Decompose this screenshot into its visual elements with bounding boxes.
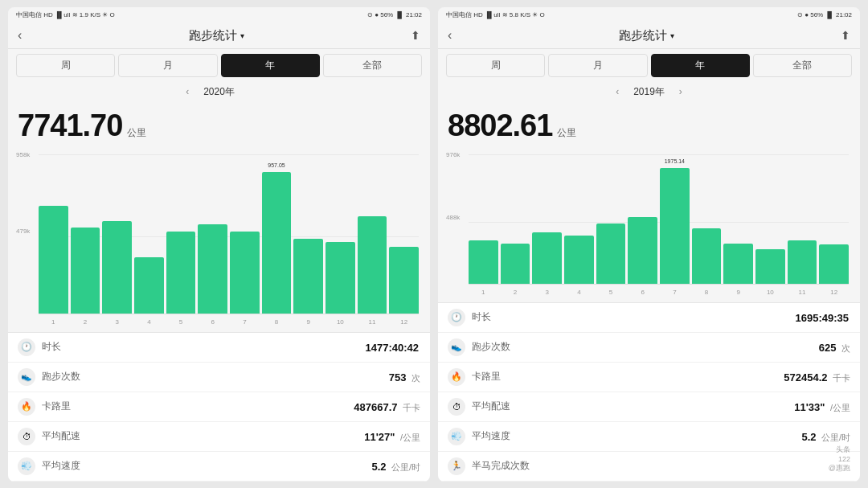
stat-label-4: 平均速度 bbox=[42, 459, 365, 473]
bar-month-4 bbox=[564, 236, 594, 285]
bar-month-8: 957.05 bbox=[262, 172, 292, 314]
stat-value-0: 1695:49:35 bbox=[796, 310, 851, 325]
stat-item-2: 🔥 卡路里 487667.7 千卡 bbox=[8, 392, 430, 422]
tab-bar: 周月年全部 bbox=[438, 49, 860, 82]
bar-group bbox=[692, 153, 722, 285]
year-label: 2020年 bbox=[203, 85, 235, 99]
bar-month-3 bbox=[102, 221, 132, 314]
watermark-line1: 头条 bbox=[836, 445, 850, 455]
total-distance: 7741.70 bbox=[18, 109, 122, 143]
bar-group bbox=[326, 153, 355, 314]
bar-group: 1975.14 bbox=[660, 153, 690, 285]
phone-panel-left: 中国电信 HD ▐▌ull ≋ 1.9 K/S ☀ O ⊙ ● 56% ▐▌ 2… bbox=[8, 7, 430, 482]
stat-label-5: 半马完成次数 bbox=[472, 459, 842, 473]
dropdown-icon[interactable]: ▾ bbox=[670, 31, 674, 40]
chart-baseline bbox=[469, 284, 849, 285]
y-label-top: 976k bbox=[446, 151, 460, 158]
tab-年[interactable]: 年 bbox=[651, 54, 750, 77]
share-icon[interactable]: ⬆ bbox=[841, 29, 850, 42]
tab-全部[interactable]: 全部 bbox=[323, 54, 422, 77]
stat-icon-2: 🔥 bbox=[18, 398, 35, 416]
tab-bar: 周月年全部 bbox=[8, 49, 430, 82]
main-stat: 8802.61 公里 bbox=[438, 102, 860, 145]
bar-month-11 bbox=[358, 216, 387, 314]
status-left: 中国电信 HD ▐▌ull ≋ 5.8 K/S ☀ O bbox=[446, 10, 545, 19]
x-label-4: 4 bbox=[564, 289, 594, 296]
tab-月[interactable]: 月 bbox=[118, 54, 217, 77]
x-label-4: 4 bbox=[134, 318, 164, 326]
stats-list: 🕐 时长 1695:49:35 👟 跑步次数 625 次 🔥 卡路里 57245… bbox=[438, 302, 860, 482]
stat-item-2: 🔥 卡路里 572454.2 千卡 bbox=[438, 363, 860, 392]
bar-group bbox=[532, 153, 562, 285]
stat-item-4: 💨 平均速度 5.2 公里/时 bbox=[438, 422, 860, 452]
prev-year-arrow[interactable]: ‹ bbox=[611, 86, 624, 97]
bar-month-8 bbox=[692, 228, 722, 284]
tab-年[interactable]: 年 bbox=[221, 54, 320, 77]
bar-group bbox=[358, 153, 387, 314]
bar-month-1 bbox=[469, 240, 498, 285]
tab-全部[interactable]: 全部 bbox=[753, 54, 852, 77]
bar-group bbox=[819, 153, 849, 285]
watermark-line3: @惠跑 bbox=[829, 464, 850, 474]
bar-month-5 bbox=[166, 232, 196, 314]
bar-group bbox=[71, 153, 100, 314]
tab-周[interactable]: 周 bbox=[16, 54, 115, 77]
x-label-12: 12 bbox=[819, 289, 849, 296]
stat-icon-3: ⏱ bbox=[448, 398, 465, 416]
bar-month-5 bbox=[596, 223, 626, 284]
back-icon[interactable]: ‹ bbox=[18, 28, 22, 43]
stat-icon-4: 💨 bbox=[448, 428, 465, 445]
x-labels: 123456789101112 bbox=[39, 318, 419, 326]
bar-group bbox=[501, 153, 530, 285]
chart-baseline bbox=[39, 314, 419, 314]
bar-group bbox=[39, 153, 68, 314]
stat-item-0: 🕐 时长 1477:40:42 bbox=[8, 333, 430, 363]
year-label: 2019年 bbox=[633, 85, 665, 99]
stat-label-0: 时长 bbox=[42, 340, 359, 354]
x-label-1: 1 bbox=[39, 318, 68, 326]
tab-周[interactable]: 周 bbox=[446, 54, 545, 77]
bar-peak-label: 1975.14 bbox=[665, 158, 685, 164]
x-label-7: 7 bbox=[230, 318, 260, 326]
prev-year-arrow[interactable]: ‹ bbox=[181, 86, 194, 97]
bar-group bbox=[469, 153, 498, 285]
stat-label-1: 跑步次数 bbox=[42, 370, 383, 383]
bar-group bbox=[198, 153, 227, 314]
stat-item-4: 💨 平均速度 5.2 公里/时 bbox=[8, 452, 430, 482]
stat-value-4: 5.2 公里/时 bbox=[371, 459, 420, 474]
x-label-5: 5 bbox=[596, 289, 626, 296]
tab-月[interactable]: 月 bbox=[548, 54, 647, 77]
stat-item-0: 🕐 时长 1695:49:35 bbox=[438, 303, 860, 333]
share-icon[interactable]: ⬆ bbox=[411, 29, 420, 42]
stat-icon-4: 💨 bbox=[18, 457, 35, 475]
bar-month-4 bbox=[134, 257, 164, 314]
bar-month-6 bbox=[198, 224, 227, 314]
bar-month-1 bbox=[39, 206, 68, 314]
bar-month-2 bbox=[501, 244, 530, 285]
y-label-mid: 488k bbox=[446, 214, 460, 221]
x-label-9: 9 bbox=[293, 318, 323, 326]
x-label-8: 8 bbox=[262, 318, 292, 326]
stats-list: 🕐 时长 1477:40:42 👟 跑步次数 753 次 🔥 卡路里 48766… bbox=[8, 332, 430, 482]
stat-label-0: 时长 bbox=[472, 310, 789, 324]
bar-group bbox=[166, 153, 196, 314]
distance-unit: 公里 bbox=[127, 126, 146, 140]
stat-item-3: ⏱ 平均配速 11'33" /公里 bbox=[438, 392, 860, 422]
watermark: 头条 122 @惠跑 bbox=[829, 445, 850, 474]
bar-month-12 bbox=[819, 244, 849, 284]
x-label-6: 6 bbox=[198, 318, 227, 326]
phone-panel-right: 中国电信 HD ▐▌ull ≋ 5.8 K/S ☀ O ⊙ ● 56% ▐▌ 2… bbox=[438, 7, 860, 482]
next-year-arrow[interactable]: › bbox=[674, 86, 687, 97]
stat-item-1: 👟 跑步次数 753 次 bbox=[8, 363, 430, 392]
bar-month-10 bbox=[326, 242, 355, 314]
y-label-mid: 479k bbox=[16, 228, 30, 235]
bar-month-10 bbox=[755, 249, 785, 284]
back-icon[interactable]: ‹ bbox=[448, 28, 452, 43]
x-label-9: 9 bbox=[723, 289, 753, 296]
bar-group: 957.05 bbox=[262, 153, 292, 314]
x-label-8: 8 bbox=[692, 289, 722, 296]
dropdown-icon[interactable]: ▾ bbox=[240, 31, 244, 40]
stat-label-1: 跑步次数 bbox=[472, 340, 813, 354]
bar-group bbox=[788, 153, 817, 285]
stat-item-1: 👟 跑步次数 625 次 bbox=[438, 333, 860, 363]
